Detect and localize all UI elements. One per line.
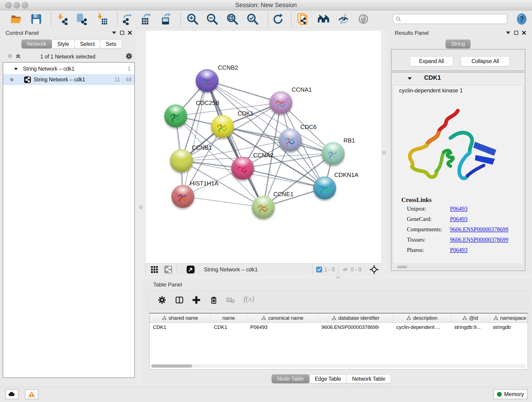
section-collapse-icon[interactable]	[408, 77, 412, 80]
memory-status-button[interactable]: Memory	[493, 389, 528, 399]
delete-table-icon[interactable]	[226, 297, 235, 305]
warning-status-button[interactable]	[25, 389, 38, 399]
table-settings-gear-icon[interactable]	[157, 295, 167, 306]
zoom-fit-icon[interactable]	[226, 13, 239, 26]
column-header-canonical-name[interactable]: canonical name	[247, 313, 318, 323]
table-cell[interactable]: CDK1	[210, 323, 247, 332]
delete-column-icon[interactable]	[209, 295, 218, 306]
pan-crosshair-icon[interactable]	[370, 265, 379, 275]
node-label-CCNB1: CCNB1	[192, 144, 212, 151]
open-session-icon[interactable]	[10, 13, 22, 26]
warning-icon	[28, 391, 35, 397]
column-header-name[interactable]: name	[210, 313, 247, 323]
export-image-icon[interactable]	[160, 13, 173, 26]
maximize-panel-icon[interactable]	[514, 31, 518, 35]
tab-network-table[interactable]: Network Table	[346, 374, 391, 383]
column-header-description[interactable]: description	[393, 313, 451, 323]
zoom-in-icon[interactable]	[186, 13, 199, 26]
show-columns-icon[interactable]	[175, 295, 184, 306]
table-cell[interactable]: 9606.ENSP00000378699	[318, 323, 393, 332]
import-string-network-icon[interactable]	[297, 13, 309, 26]
column-type-icon	[494, 316, 498, 320]
import-network-database-icon[interactable]	[75, 13, 88, 26]
network-node-CCNA1[interactable]	[269, 91, 292, 114]
network-node-CCNB1[interactable]	[170, 149, 193, 172]
table-cell[interactable]: CDK1	[150, 323, 210, 332]
network-node-CDC6[interactable]	[279, 128, 302, 152]
create-column-icon[interactable]	[192, 295, 201, 306]
show-all-icon[interactable]	[317, 13, 330, 26]
apply-function-icon[interactable]: f(x)	[244, 294, 254, 303]
import-network-file-icon[interactable]	[56, 13, 69, 26]
network-node-CCNA2[interactable]	[231, 157, 254, 180]
hidden-items-icon[interactable]	[342, 266, 349, 274]
column-header-@id[interactable]: @id	[451, 313, 490, 323]
crosslink-link[interactable]: 9606.ENSP00000378699	[450, 236, 508, 243]
section-scrollbar[interactable]	[393, 265, 524, 269]
save-session-icon[interactable]	[30, 13, 43, 26]
crosslink-row: Uniprot:P06493	[407, 206, 521, 212]
network-row[interactable]: String Network – cdk1 11 48	[3, 74, 134, 85]
crosslink-link[interactable]: P06493	[450, 247, 467, 253]
crosslink-link[interactable]: P06493	[450, 216, 467, 222]
selected-nodes-checkbox[interactable]	[316, 266, 322, 274]
network-options-gear-icon[interactable]	[125, 52, 133, 61]
splitter-handle[interactable]	[139, 205, 143, 209]
tab-node-table[interactable]: Node Table	[272, 374, 310, 383]
table-horizontal-scrollbar[interactable]	[151, 364, 526, 368]
node-label-CDKN1A: CDKN1A	[334, 172, 358, 179]
export-table-icon[interactable]	[140, 13, 152, 26]
table-cell[interactable]: cyclin-dependent ...	[393, 323, 451, 332]
tab-network[interactable]: Network	[21, 39, 52, 49]
node-table[interactable]: shared namenamecanonical namedatabase id…	[149, 313, 528, 370]
tab-sets[interactable]: Sets	[100, 39, 122, 49]
zoom-selected-icon[interactable]	[246, 13, 259, 26]
network-node-HIST1H1A[interactable]	[171, 185, 194, 208]
tree-expand-icon[interactable]	[14, 68, 18, 70]
crosslink-link[interactable]: 9606.ENSP00000378699	[450, 226, 508, 233]
birdseye-view-icon[interactable]	[186, 265, 195, 275]
float-panel-icon[interactable]	[506, 31, 510, 34]
export-network-icon[interactable]	[120, 13, 133, 26]
zoom-out-icon[interactable]	[206, 13, 219, 26]
crosslink-link[interactable]: P06493	[450, 206, 467, 212]
network-nodes-layer: CCNB2CCNA1CDC25BCDK1CDC6RB1CCNB1CCNA2CDK…	[146, 31, 381, 263]
tab-style[interactable]: Style	[51, 39, 75, 49]
node-label-CCNA2: CCNA2	[253, 152, 273, 159]
float-panel-icon[interactable]	[112, 31, 116, 34]
network-node-RB1[interactable]	[322, 142, 345, 165]
close-panel-icon[interactable]	[128, 31, 132, 35]
search-field[interactable]	[393, 14, 507, 24]
network-node-CDK1[interactable]	[211, 115, 234, 138]
expand-all-button[interactable]: Expand All	[410, 56, 453, 66]
maximize-panel-icon[interactable]	[120, 31, 124, 35]
table-cell[interactable]: stringdb	[490, 323, 528, 332]
search-input[interactable]	[403, 16, 507, 22]
collapse-all-button[interactable]: Collapse All	[461, 56, 510, 66]
tab-edge-table[interactable]: Edge Table	[309, 374, 347, 383]
table-cell[interactable]: stringdb:9...	[451, 323, 490, 332]
network-view-canvas[interactable]: CCNB2CCNA1CDC25BCDK1CDC6RB1CCNB1CCNA2CDK…	[145, 31, 381, 263]
network-collection-row[interactable]: String Network – cdk1 1	[3, 64, 134, 74]
splitter-handle[interactable]	[382, 151, 386, 154]
column-header-namespace[interactable]: namespace	[490, 313, 528, 323]
tab-string[interactable]: String	[445, 39, 471, 49]
close-panel-icon[interactable]	[522, 31, 526, 35]
network-node-CDKN1A[interactable]	[313, 177, 336, 199]
import-table-file-icon[interactable]	[95, 13, 108, 26]
hide-selected-icon[interactable]	[337, 13, 350, 26]
cloud-icon	[8, 391, 16, 397]
network-share-view-icon[interactable]	[164, 265, 172, 275]
column-header-database-identifier[interactable]: database identifier	[318, 313, 393, 323]
help-icon[interactable]: ?	[515, 13, 528, 26]
column-header-shared-name[interactable]: shared name	[150, 313, 210, 323]
table-cell[interactable]: P06493	[247, 323, 318, 332]
network-node-CCNE1[interactable]	[252, 196, 275, 219]
apply-layout-icon[interactable]	[271, 13, 284, 26]
grid-view-icon[interactable]	[151, 266, 158, 274]
toggle-visibility-icon[interactable]	[357, 13, 370, 26]
cloud-status-button[interactable]	[5, 389, 19, 399]
network-node-CDC25B[interactable]	[164, 104, 187, 128]
tab-select[interactable]: Select	[75, 39, 101, 49]
network-node-CCNB2[interactable]	[196, 69, 219, 92]
